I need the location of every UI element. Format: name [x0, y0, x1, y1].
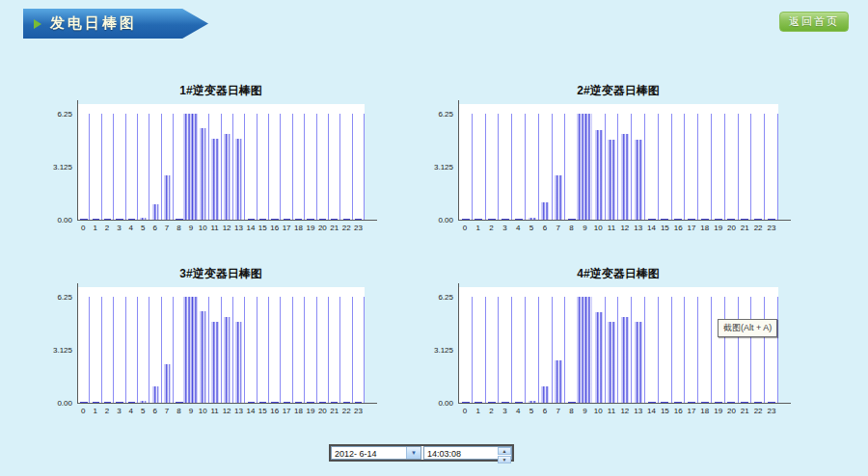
spin-down-icon[interactable]: ▼ — [498, 456, 511, 463]
x-tick-label: 9 — [185, 224, 197, 232]
date-value[interactable]: 2012- 6-14 — [332, 447, 406, 459]
x-tick-label: 0 — [77, 407, 89, 415]
bar-hour-5 — [140, 401, 147, 403]
bar-hour-19 — [307, 219, 313, 220]
bar-hour-1 — [475, 219, 482, 220]
x-tick-label: 1 — [472, 407, 485, 415]
bar-hour-14 — [648, 402, 656, 403]
hour-slot — [672, 104, 686, 220]
time-value[interactable]: 14:03:08 — [424, 447, 498, 459]
hour-slot — [293, 287, 305, 403]
hour-slot — [553, 287, 566, 403]
x-tick-label: 23 — [352, 407, 364, 415]
x-tick-label: 5 — [525, 407, 538, 415]
bar-hour-10 — [595, 312, 603, 403]
x-tick-label: 11 — [208, 407, 220, 415]
chart-title: 1#逆变器日棒图 — [37, 83, 365, 96]
hour-slot — [712, 104, 725, 220]
hour-slot — [725, 287, 739, 403]
page: { "header": { "title": "发电日棒图", "home_bu… — [0, 0, 868, 476]
hour-slot — [751, 104, 765, 220]
bar-hour-6 — [541, 386, 549, 403]
chevron-down-icon[interactable]: ▼ — [406, 447, 420, 459]
x-tick-label: 12 — [221, 224, 232, 232]
x-tick-label: 19 — [305, 407, 316, 415]
screenshot-tooltip: 截图(Alt + A) — [718, 319, 777, 337]
home-button[interactable]: 返回首页 — [779, 12, 849, 32]
hour-slot — [209, 104, 221, 220]
x-tick-label: 14 — [645, 407, 659, 415]
bar-hour-15 — [661, 219, 668, 220]
x-tick-label: 22 — [751, 407, 765, 415]
y-tick-label: 3.125 — [53, 346, 72, 355]
bar-hour-5 — [140, 218, 147, 220]
hour-slot — [486, 287, 500, 403]
play-triangle-icon — [34, 19, 41, 29]
page-title-banner: 发电日棒图 — [23, 9, 208, 39]
bar-hour-11 — [608, 322, 615, 403]
x-tick-label: 10 — [197, 224, 208, 232]
hour-slot — [114, 104, 125, 220]
chart-body: 6.253.1250.00 — [37, 104, 365, 221]
x-tick-label: 5 — [525, 224, 538, 232]
spin-up-icon[interactable]: ▲ — [498, 447, 511, 455]
x-tick-label: 2 — [101, 407, 113, 415]
hour-slot — [90, 104, 101, 220]
plot-area — [458, 104, 778, 221]
y-axis-labels: 6.253.1250.00 — [37, 287, 77, 404]
chart-body: 6.253.1250.00 — [37, 287, 365, 404]
hour-slot — [78, 104, 90, 220]
bar-hour-5 — [529, 401, 536, 403]
x-tick-label: 17 — [281, 407, 292, 415]
hour-slot — [233, 287, 245, 403]
hour-slot — [281, 287, 292, 403]
bar-hour-12 — [224, 317, 231, 403]
bar-hour-8 — [176, 402, 182, 403]
hour-slot — [162, 104, 174, 220]
x-tick-label: 2 — [485, 407, 499, 415]
hour-slot — [293, 104, 305, 220]
hour-slot — [114, 287, 125, 403]
bar-hour-16 — [674, 219, 682, 220]
bar-hour-20 — [727, 402, 735, 403]
y-axis-labels: 6.253.1250.00 — [418, 287, 458, 404]
x-tick-label: 18 — [698, 224, 712, 232]
x-tick-label: 8 — [565, 224, 579, 232]
chart-inverter-3: 3#逆变器日棒图 6.253.1250.00 01234567891011121… — [37, 266, 365, 415]
hour-slot — [258, 104, 269, 220]
bar-hour-16 — [271, 402, 278, 403]
x-tick-label: 7 — [552, 407, 565, 415]
x-tick-label: 6 — [538, 224, 552, 232]
x-tick-label: 15 — [658, 224, 671, 232]
bar-hour-7 — [555, 175, 562, 220]
hour-slot — [751, 287, 765, 403]
time-spinner[interactable]: 14:03:08 ▲▼ — [423, 446, 512, 460]
bar-hour-7 — [555, 360, 562, 403]
hour-slot — [672, 287, 686, 403]
chart-title: 4#逆变器日棒图 — [418, 266, 778, 279]
x-tick-label: 0 — [77, 224, 89, 232]
x-tick-label: 18 — [292, 224, 304, 232]
date-combobox[interactable]: 2012- 6-14 ▼ — [331, 446, 421, 460]
chart-inverter-2: 2#逆变器日棒图 6.253.1250.00 01234567891011121… — [418, 83, 778, 232]
hour-slot — [606, 104, 619, 220]
x-tick-label: 15 — [257, 407, 268, 415]
x-tick-label: 14 — [245, 224, 257, 232]
x-tick-label: 8 — [565, 407, 579, 415]
hour-slot — [138, 104, 149, 220]
bar-hour-22 — [343, 402, 350, 403]
bar-hour-8 — [568, 402, 576, 403]
x-tick-label: 1 — [89, 224, 100, 232]
gridline — [364, 297, 365, 403]
bar-hour-23 — [355, 219, 362, 220]
bar-hour-7 — [164, 175, 171, 220]
x-tick-label: 9 — [578, 407, 591, 415]
x-tick-label: 4 — [511, 224, 525, 232]
y-tick-label: 3.125 — [434, 163, 453, 172]
hour-slot — [645, 104, 659, 220]
bar-hour-23 — [355, 402, 362, 403]
bar-hour-15 — [259, 219, 266, 220]
x-tick-label: 13 — [232, 224, 244, 232]
bar-hour-18 — [701, 219, 709, 220]
hour-slot — [149, 104, 161, 220]
